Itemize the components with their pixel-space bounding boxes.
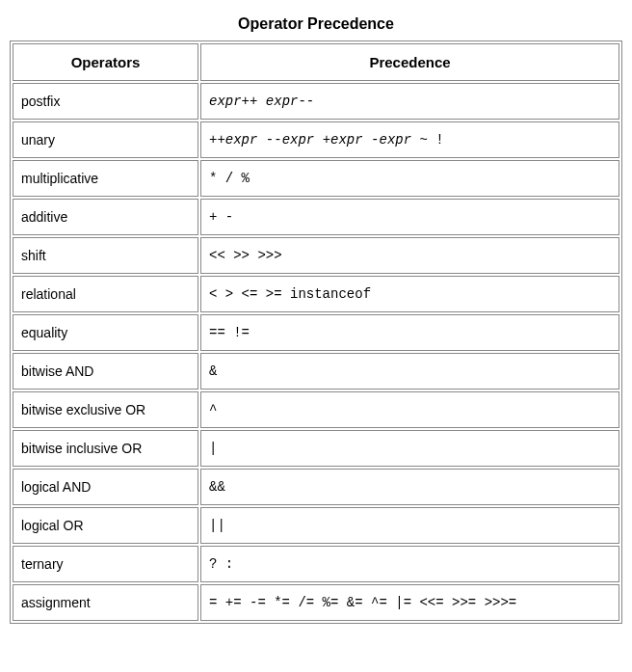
table-body: postfixexpr++ expr--unary++expr --expr +… xyxy=(13,83,619,621)
table-row: shift<< >> >>> xyxy=(13,237,619,274)
operator-precedence-cell: expr++ expr-- xyxy=(200,83,619,120)
table-row: relational< > <= >= instanceof xyxy=(13,276,619,312)
table-header-row: Operators Precedence xyxy=(13,43,619,81)
header-operators: Operators xyxy=(13,43,198,81)
operator-precedence-cell: & xyxy=(200,353,619,390)
operator-precedence-cell: || xyxy=(200,507,619,544)
table-row: ternary? : xyxy=(13,546,619,582)
operator-name-cell: equality xyxy=(13,314,198,351)
operator-name-cell: ternary xyxy=(13,546,198,582)
table-row: equality== != xyxy=(13,314,619,351)
table-row: bitwise exclusive OR^ xyxy=(13,391,619,428)
table-row: logical AND&& xyxy=(13,469,619,505)
operator-name-cell: bitwise AND xyxy=(13,353,198,390)
operator-precedence-cell: ++expr --expr +expr -expr ~ ! xyxy=(200,121,619,158)
table-row: unary++expr --expr +expr -expr ~ ! xyxy=(13,121,619,158)
operator-precedence-cell: ^ xyxy=(200,391,619,428)
table-caption: Operator Precedence xyxy=(10,10,622,40)
operator-precedence-cell: = += -= *= /= %= &= ^= |= <<= >>= >>>= xyxy=(200,584,619,621)
operator-name-cell: logical OR xyxy=(13,507,198,544)
operator-name-cell: assignment xyxy=(13,584,198,621)
table-row: postfixexpr++ expr-- xyxy=(13,83,619,120)
table-row: bitwise inclusive OR| xyxy=(13,430,619,467)
operator-precedence-cell: << >> >>> xyxy=(200,237,619,274)
operator-name-cell: bitwise exclusive OR xyxy=(13,391,198,428)
table-row: additive+ - xyxy=(13,199,619,235)
operator-precedence-cell: == != xyxy=(200,314,619,351)
header-precedence: Precedence xyxy=(200,43,619,81)
operator-precedence-cell: | xyxy=(200,430,619,467)
table-row: logical OR|| xyxy=(13,507,619,544)
operator-name-cell: shift xyxy=(13,237,198,274)
operator-precedence-cell: < > <= >= instanceof xyxy=(200,276,619,312)
operator-name-cell: additive xyxy=(13,199,198,235)
operator-precedence-cell: + - xyxy=(200,199,619,235)
table-row: bitwise AND& xyxy=(13,353,619,390)
operator-name-cell: logical AND xyxy=(13,469,198,505)
operator-name-cell: relational xyxy=(13,276,198,312)
operator-precedence-cell: ? : xyxy=(200,546,619,582)
table-row: assignment= += -= *= /= %= &= ^= |= <<= … xyxy=(13,584,619,621)
operator-name-cell: multiplicative xyxy=(13,160,198,197)
table-row: multiplicative* / % xyxy=(13,160,619,197)
operator-name-cell: bitwise inclusive OR xyxy=(13,430,198,467)
operator-name-cell: postfix xyxy=(13,83,198,120)
operator-name-cell: unary xyxy=(13,121,198,158)
operator-precedence-table: Operator Precedence Operators Precedence… xyxy=(10,10,622,624)
operator-precedence-cell: && xyxy=(200,469,619,505)
operator-precedence-cell: * / % xyxy=(200,160,619,197)
